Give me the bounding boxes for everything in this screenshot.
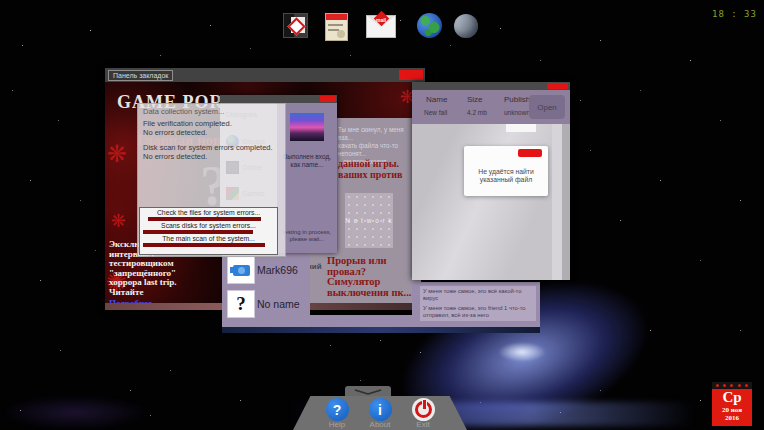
log-line: File verification completed. — [143, 119, 232, 128]
article-line: Читайте — [109, 288, 223, 298]
error-close-button[interactable] — [518, 149, 542, 157]
log-line: No errors detected. — [143, 152, 273, 161]
column-size: Size — [467, 95, 483, 104]
about-button[interactable]: i About — [362, 398, 398, 429]
login-status-text: Выполнен вход, как name... — [278, 153, 336, 169]
dock-label: About — [362, 421, 398, 429]
calendar-year: 2016 — [712, 414, 752, 422]
scan-log: File verification completed. No errors d… — [143, 119, 232, 137]
news-icon-photo — [337, 30, 345, 38]
open-button[interactable]: Open — [529, 95, 565, 119]
planet-icon[interactable] — [454, 14, 478, 38]
bookmarks-bar-tab[interactable]: Панель закладок — [108, 70, 173, 81]
feed-comment: Ты мне скинул, у меня вза... — [338, 126, 416, 142]
messenger-status-panel: Выполнен вход, как name... testing in pr… — [277, 103, 337, 253]
news-icon-line — [328, 24, 343, 26]
browser-titlebar[interactable]: Панель закладок — [105, 68, 425, 82]
dock: ? Help i About Exit — [293, 396, 467, 430]
dock-collapse-handle[interactable] — [345, 386, 391, 397]
calendar-weekday: Ср — [712, 389, 752, 406]
messenger-close-button[interactable] — [320, 96, 336, 102]
exit-button[interactable]: Exit — [405, 398, 441, 429]
browser-close-button[interactable] — [399, 70, 423, 80]
help-icon: ? — [326, 398, 349, 421]
scan-log: Disk scan for system errors completed. N… — [143, 143, 273, 161]
starfield — [0, 0, 1, 1]
mail-icon[interactable]: mail — [366, 15, 396, 38]
chevron-down-icon — [353, 388, 383, 396]
profile-thumbnail[interactable] — [290, 113, 324, 141]
flower-decoration: ❋ — [107, 140, 127, 168]
scan-progress-bar — [148, 217, 261, 221]
clock: 18 : 33 — [712, 9, 757, 19]
power-bar — [422, 399, 427, 410]
chat-message: У меня тоже самое, это всё какой-то виру… — [420, 286, 536, 304]
window-edge — [562, 124, 570, 280]
log-line: Disk scan for system errors completed. — [143, 143, 273, 152]
log-line: No errors detected. — [143, 128, 232, 137]
dock-label: Exit — [405, 421, 441, 429]
news-icon-band — [326, 14, 347, 20]
feed-red-headline: данной игры. ваших против — [338, 158, 402, 180]
file-size: 4.2 mb — [467, 109, 487, 116]
contact-name[interactable]: No name — [257, 298, 300, 310]
file-name[interactable]: New fail — [424, 109, 447, 116]
file-error-popup: Не удаётся найти указанный файл — [464, 146, 548, 196]
contact-avatar-camera[interactable] — [227, 256, 255, 284]
dock-label: Help — [319, 421, 355, 429]
calendar-perforation — [712, 382, 752, 389]
mail-icon-text: mail — [367, 17, 395, 23]
file-publisher: unknown — [504, 109, 530, 116]
flower-decoration: ❋ — [111, 210, 126, 232]
contact-name[interactable]: Mark696 — [257, 264, 298, 276]
scan-progress-bar — [143, 243, 265, 247]
calendar-date: 20 ноя — [712, 406, 752, 414]
purple-glow — [0, 395, 150, 430]
feed-red-line: ваших против — [338, 169, 402, 180]
messenger-titlebar[interactable] — [220, 95, 337, 103]
desktop: mail 18 : 33 Панель закладок ❋ ❋ ✺ ❋ GAM… — [0, 0, 764, 430]
question-mark-icon: ? — [236, 293, 246, 315]
power-icon — [412, 398, 435, 421]
camera-icon — [233, 265, 250, 276]
file-progress-bar — [506, 124, 536, 132]
chat-message: У меня тоже самое, это friend 1 что-то о… — [420, 303, 536, 321]
globe-icon[interactable] — [417, 13, 442, 38]
testing-status-text: testing in process, please wait... — [278, 229, 336, 243]
chat-contact-list: Mark696 ? No name — [222, 253, 310, 329]
file-window-close-button[interactable] — [547, 83, 568, 89]
file-list-header: Name Size Publisher: New fail 4.2 mb unk… — [412, 90, 570, 124]
help-button[interactable]: ? Help — [319, 398, 355, 429]
feed-red-line: данной игры. — [338, 158, 402, 169]
file-window-titlebar[interactable] — [412, 82, 570, 90]
column-name: Name — [426, 95, 447, 104]
galaxy-core — [498, 342, 546, 362]
scrollbar[interactable] — [552, 124, 562, 280]
scan-actions-box: Check the files for system errors... Sca… — [139, 207, 278, 255]
feed-comment: качать файла что-то непонят... — [338, 142, 416, 158]
chat-bottom-edge — [222, 327, 540, 333]
network-watermark-image: N e t w o r k — [345, 193, 393, 248]
dialog-title: Data collection system... — [143, 107, 224, 116]
calendar-widget[interactable]: Ср 20 ноя 2016 — [712, 382, 752, 426]
main-scan-button[interactable]: The main scan of the system... — [140, 235, 277, 242]
scan-dialog: Data collection system... File verificat… — [137, 103, 286, 257]
scan-progress-bar — [143, 230, 253, 234]
scan-disks-button[interactable]: Scans disks for system errors... — [140, 222, 277, 229]
scan-files-button[interactable]: Check the files for system errors... — [140, 209, 277, 216]
news-icon[interactable] — [325, 13, 348, 41]
antivirus-icon[interactable] — [283, 13, 308, 38]
info-icon: i — [369, 398, 392, 421]
chat-message-area: У меня тоже самое, это всё какой-то виру… — [412, 282, 540, 329]
contact-avatar-question[interactable]: ? — [227, 290, 255, 318]
error-message: Не удаётся найти указанный файл — [468, 168, 544, 184]
file-window: Name Size Publisher: New fail 4.2 mb unk… — [412, 82, 570, 280]
